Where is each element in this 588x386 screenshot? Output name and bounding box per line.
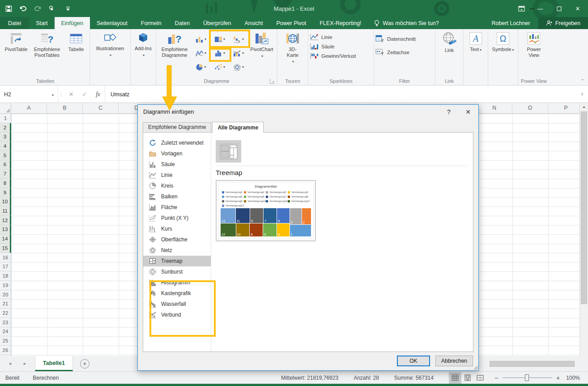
text-button[interactable]: A Text [465,30,486,55]
chart-type-sunburst[interactable]: Sunburst [143,266,211,277]
share-button[interactable]: Freigeben [538,17,588,29]
sparkline-linie-button[interactable]: Linie [310,34,372,41]
row-header-3[interactable]: 3 [0,132,11,142]
select-all-corner[interactable] [0,103,11,113]
add-sheet-icon[interactable]: + [80,359,89,369]
row-header-18[interactable]: 18 [0,271,11,281]
status-calc[interactable]: Berechnen [33,375,59,381]
chart-type-punkt-x-y-[interactable]: Punkt (X Y) [143,213,211,223]
expand-formula-bar-icon[interactable]: ˅ [576,86,588,103]
tabelle-button[interactable]: Tabelle [64,30,88,54]
column-header-B[interactable]: B [47,103,83,113]
ribbon-tab-einf-gen[interactable]: Einfügen [55,17,90,29]
zoom-slider-thumb[interactable] [525,374,529,381]
chart-type-histogramm[interactable]: Histogramm [143,277,211,288]
row-header-20[interactable]: 20 [0,290,11,300]
name-box-caret-icon[interactable] [51,91,54,98]
zeitachse-button[interactable]: Zeitachse [375,48,434,56]
empfohlene-diagramme-button[interactable]: ? Empfohlene Diagramme [158,30,192,59]
vertical-scroll-thumb[interactable] [581,112,587,304]
dialog-close-icon[interactable]: ✕ [459,105,477,118]
row-header-21[interactable]: 21 [0,299,11,309]
next-sheet-icon[interactable]: ► [23,361,27,366]
row-header-26[interactable]: 26 [0,346,11,355]
chart-type-verbund[interactable]: Verbund [143,309,211,320]
radar-chart-button[interactable] [229,60,248,74]
chart-type-zuletzt-verwendet[interactable]: Zuletzt verwendet [143,137,211,148]
row-header-2[interactable]: 2 [0,123,11,133]
customize-qat-icon[interactable] [66,6,70,11]
tab-alle-diagramme[interactable]: Alle Diagramme [212,122,264,133]
vertical-scrollbar[interactable]: ▲ [579,103,588,356]
histogram-chart-button[interactable] [210,46,229,60]
row-header-9[interactable]: 9 [0,188,11,197]
chart-type-vorlagen[interactable]: Vorlagen [143,148,211,159]
dialog-launcher-icon[interactable] [270,79,275,84]
ribbon-display-options-icon[interactable] [512,0,531,17]
column-chart-button[interactable] [192,32,210,46]
maximize-button[interactable] [550,0,568,17]
waterfall-chart-button[interactable] [229,32,248,46]
row-header-11[interactable]: 11 [0,206,11,216]
zoom-out-icon[interactable]: − [494,374,498,382]
row-header-4[interactable]: 4 [0,142,11,151]
empfohlene-pivottables-button[interactable]: ? Empfohlene PivotTables [30,30,64,59]
chart-preview[interactable]: Diagrammtitel Verzweigung1Verzweigung2Ve… [216,180,316,241]
page-layout-view-button[interactable] [461,372,474,384]
dialog-help-icon[interactable]: ? [440,105,458,118]
datenschnitt-button[interactable]: Datenschnitt [375,35,434,43]
pivottable-button[interactable]: PivotTable [2,30,30,54]
chart-type-balken[interactable]: Balken [143,191,211,202]
prev-sheet-icon[interactable]: ◄ [8,361,12,366]
row-header-16[interactable]: 16 [0,253,11,262]
chart-type-kreis[interactable]: Kreis [143,180,211,191]
column-header-P[interactable]: P [548,103,579,113]
row-header-19[interactable]: 19 [0,281,11,290]
scatter-chart-button[interactable] [210,60,229,74]
tab-empfohlene-diagramme[interactable]: Empfohlene Diagramme [143,122,211,133]
page-break-view-button[interactable] [474,372,486,384]
row-header-7[interactable]: 7 [0,169,11,179]
chart-type-kurs[interactable]: Kurs [143,223,211,234]
ribbon-tab-seitenlayout[interactable]: Seitenlayout [90,17,134,29]
combo-chart-button[interactable] [229,46,248,60]
column-header-O[interactable]: O [512,103,548,113]
addins-button[interactable]: Add-Ins [132,30,154,60]
close-button[interactable]: ✕ [568,0,587,17]
chart-type-fl-che[interactable]: Fläche [143,202,211,213]
power-view-button[interactable]: Power View [520,30,548,59]
formula-input[interactable]: Umsatz [105,86,576,103]
pie-chart-button[interactable] [192,60,210,74]
chart-type-oberfl-che[interactable]: Oberfläche [143,234,211,245]
row-header-17[interactable]: 17 [0,262,11,272]
zoom-in-icon[interactable]: + [556,374,560,382]
ribbon-tab-formeln[interactable]: Formeln [134,17,168,29]
save-icon[interactable] [5,5,12,12]
account-name[interactable]: Robert Lochner [484,17,538,29]
chart-type-netz[interactable]: Netz [143,245,211,256]
row-header-10[interactable]: 10 [0,197,11,206]
insert-function-icon[interactable]: fx [91,86,105,103]
line-chart-button[interactable] [192,46,210,60]
touch-mode-icon[interactable] [49,5,59,12]
link-button[interactable]: Link [437,30,462,55]
normal-view-button[interactable] [449,372,461,384]
column-header-N[interactable]: N [477,103,512,113]
row-header-8[interactable]: 8 [0,179,11,188]
row-header-25[interactable]: 25 [0,336,11,346]
row-header-13[interactable]: 13 [0,225,11,235]
ribbon-tab-start[interactable]: Start [29,17,54,29]
tell-me-box[interactable]: Was möchten Sie tun? [368,17,445,29]
horizontal-scroll-thumb[interactable] [490,361,575,367]
row-header-6[interactable]: 6 [0,160,11,170]
chart-type-wasserfall[interactable]: Wasserfall [143,299,211,309]
chart-type-s-ule[interactable]: Säule [143,159,211,170]
row-header-22[interactable]: 22 [0,309,11,318]
illustrationen-button[interactable]: Illustrationen [91,30,129,60]
row-header-24[interactable]: 24 [0,327,11,337]
column-header-C[interactable]: C [83,103,119,113]
zoom-level[interactable]: 100% [566,375,580,381]
chart-type-kastengrafik[interactable]: Kastengrafik [143,288,211,299]
zoom-slider[interactable] [503,374,552,381]
cancel-button[interactable]: Abbrechen [435,356,473,366]
